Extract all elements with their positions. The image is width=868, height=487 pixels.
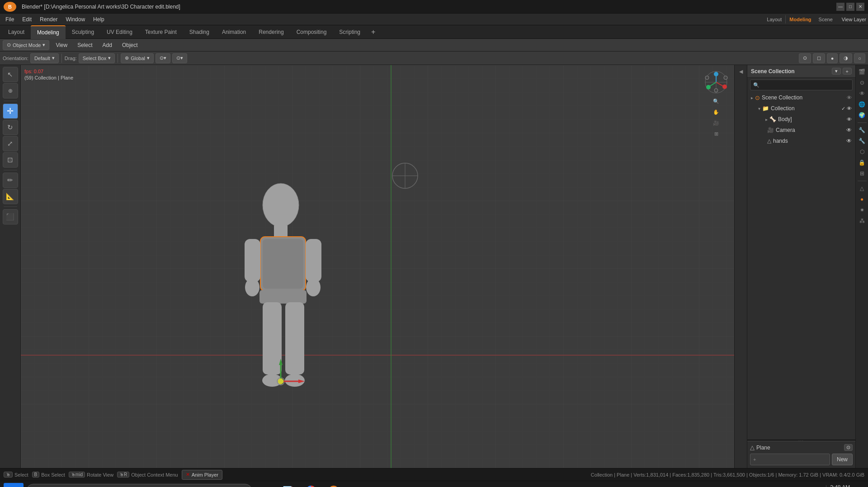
tab-modeling[interactable]: Modeling (31, 25, 66, 39)
collection-vis-icon[interactable]: ✓ (841, 106, 845, 112)
scene-search-bar[interactable]: 🔍 (750, 80, 853, 90)
world-props-btn[interactable]: 🌍 (857, 110, 867, 120)
blender-btn[interactable]: B (324, 483, 344, 487)
output-props-btn[interactable]: ⊙ (857, 78, 867, 88)
object-menu[interactable]: Object (118, 41, 142, 49)
sticky-notes-btn[interactable]: 📝 (278, 483, 298, 487)
filter-btn[interactable]: ▾ (832, 68, 841, 75)
anim-player-btn[interactable]: ✕ Anim Player (182, 470, 222, 480)
vp-collapse-btn[interactable]: ◀ (736, 67, 745, 76)
constraint-props-btn[interactable]: ⊞ (857, 169, 867, 178)
object-search-btn[interactable]: ⊙ (844, 444, 853, 451)
menu-render[interactable]: Render (36, 15, 61, 23)
tab-rendering[interactable]: Rendering (252, 25, 290, 39)
menu-edit[interactable]: Edit (19, 15, 35, 23)
view-menu[interactable]: View (52, 41, 71, 49)
object-mode-dropdown[interactable]: ⊙ Object Mode ▾ (3, 40, 49, 50)
snapping-btn[interactable]: ⊙▾ (156, 53, 170, 63)
visibility-icon[interactable]: 👁 (847, 95, 852, 100)
scene-props-btn[interactable]: 🌐 (857, 99, 867, 109)
scene-search-input[interactable] (761, 82, 849, 88)
new-material-button[interactable]: New (832, 454, 853, 465)
shading-render-btn[interactable]: ○ (854, 53, 865, 63)
svg-point-36 (722, 84, 727, 89)
tab-compositing[interactable]: Compositing (290, 25, 333, 39)
tree-scene-collection[interactable]: ▸ ⊙ Scene Collection 👁 (747, 92, 855, 103)
select-tool-btn[interactable]: ↖ (3, 67, 18, 82)
rotate-tool-btn[interactable]: ↻ (3, 120, 18, 135)
viewport[interactable]: 🔍 ✋ 🎥 ⊞ fps: 0.07 (59) Collection | Plan… (21, 65, 747, 468)
chrome-btn[interactable] (301, 483, 321, 487)
zoom-nav-btn[interactable]: 🔍 (712, 97, 721, 106)
view-layer-props-btn[interactable]: 👁 (857, 89, 867, 98)
svg-point-5 (263, 183, 299, 227)
svg-point-41 (724, 76, 727, 80)
tree-body[interactable]: ▸ 🦴 Body] 👁 (762, 114, 855, 125)
material-name-field[interactable]: + (750, 454, 830, 465)
add-menu[interactable]: Add (99, 41, 116, 49)
add-collection-btn[interactable]: + (843, 68, 852, 75)
clock[interactable]: 2:48 AM 6/7/2021 (830, 484, 850, 487)
camera-nav-btn[interactable]: 🎥 (712, 118, 721, 127)
menu-window[interactable]: Window (62, 15, 89, 23)
taskbar-search-bar[interactable]: 🔍 (26, 484, 252, 487)
quad-nav-btn[interactable]: ⊞ (712, 129, 721, 138)
svg-point-34 (714, 72, 718, 76)
add-primitive-btn[interactable]: ⬛ (3, 209, 18, 225)
scale-tool-btn[interactable]: ⤢ (3, 136, 18, 151)
minimize-button[interactable]: — (836, 3, 844, 11)
cursor-tool-btn[interactable]: ⊕ (3, 83, 18, 98)
collection-hide-icon[interactable]: 👁 (847, 106, 852, 112)
move-tool-btn[interactable]: ✛ (3, 103, 18, 119)
tree-collection[interactable]: ▾ 📁 Collection ✓ 👁 (755, 103, 855, 114)
start-button[interactable] (4, 483, 24, 487)
tab-layout[interactable]: Layout (2, 25, 31, 39)
props-separator-2 (858, 181, 867, 181)
view-layer-label: View Layer (842, 17, 866, 22)
material-props-btn[interactable]: ● (857, 194, 867, 204)
overlay-btn[interactable]: ⊙ (799, 53, 811, 63)
drag-dropdown[interactable]: Select Box ▾ (79, 53, 115, 63)
measure-tool-btn[interactable]: 📐 (3, 189, 18, 204)
object-props-btn[interactable]: 🔧 (857, 125, 867, 135)
file-explorer-btn[interactable]: 📁 (255, 483, 275, 487)
transform-dropdown[interactable]: ⊕ Global ▾ (121, 53, 154, 63)
pan-nav-btn[interactable]: ✋ (712, 108, 721, 117)
object-shading-props-btn[interactable]: ✷ (857, 205, 867, 215)
data-props-btn[interactable]: △ (857, 183, 867, 193)
active-workspace: Layout (767, 17, 782, 22)
blender-taskbar-icon: B (328, 486, 339, 487)
body-label: Body] (778, 116, 792, 122)
falloff-btn[interactable]: ⊙▾ (172, 53, 187, 63)
select-menu[interactable]: Select (74, 41, 96, 49)
tab-texture-paint[interactable]: Texture Paint (139, 25, 183, 39)
annotate-tool-btn[interactable]: ✏ (3, 173, 18, 188)
tab-shading[interactable]: Shading (183, 25, 216, 39)
hands-vis-icon[interactable]: 👁 (846, 138, 852, 144)
add-workspace-button[interactable]: + (367, 26, 380, 38)
tree-camera[interactable]: 🎥 Camera 👁 (762, 125, 855, 136)
orientation-dropdown[interactable]: Default ▾ (30, 53, 59, 63)
shading-solid-btn[interactable]: ● (827, 53, 838, 63)
particle-props-btn[interactable]: ⬡ (857, 147, 867, 157)
body-vis-icon[interactable]: 👁 (847, 117, 852, 122)
physics-props-btn[interactable]: 🔒 (857, 158, 867, 168)
close-button[interactable]: ✕ (856, 3, 864, 11)
modifier-props-btn[interactable]: 🔧 (857, 136, 867, 146)
render-props-btn[interactable]: 🎬 (857, 67, 867, 77)
tab-sculpting[interactable]: Sculpting (66, 25, 100, 39)
tab-scripting[interactable]: Scripting (333, 25, 367, 39)
maximize-button[interactable]: □ (846, 3, 854, 11)
tab-uv-editing[interactable]: UV Editing (100, 25, 139, 39)
navigation-gizmo[interactable] (703, 70, 729, 95)
tree-hands[interactable]: △ hands 👁 (762, 136, 855, 146)
shading-wire-btn[interactable]: ◻ (813, 53, 825, 63)
svg-rect-6 (274, 225, 288, 237)
menu-help[interactable]: Help (90, 15, 108, 23)
transform-tool-btn[interactable]: ⊡ (3, 152, 18, 168)
camera-vis-icon[interactable]: 👁 (846, 127, 852, 133)
tab-animation[interactable]: Animation (216, 25, 252, 39)
shading-material-btn[interactable]: ◑ (840, 53, 852, 63)
menu-file[interactable]: File (2, 15, 18, 23)
particles2-props-btn[interactable]: ⁂ (857, 216, 867, 226)
